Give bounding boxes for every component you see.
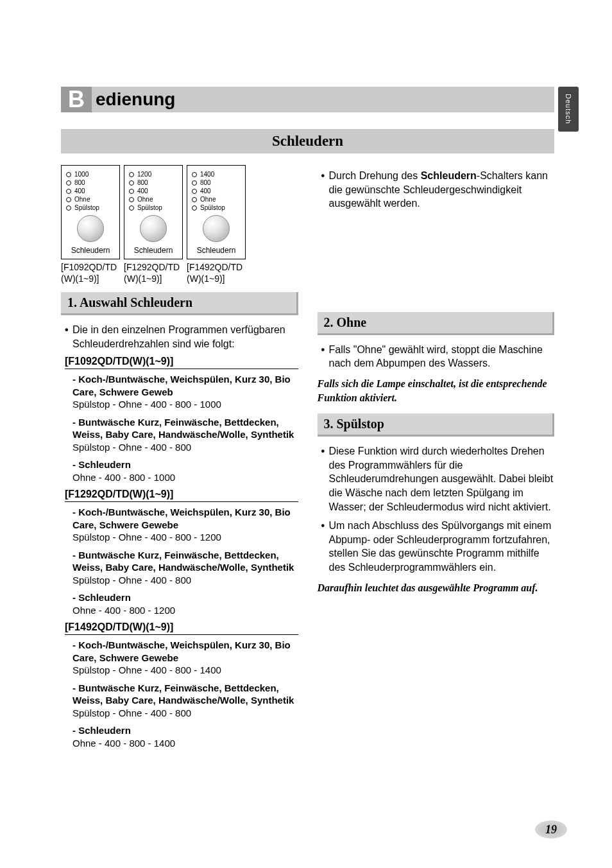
- opt-label: Spülstop: [137, 204, 162, 211]
- text-bold: Schleudern: [421, 170, 477, 181]
- spuelstop-bullet-2: • Um nach Abschluss des Spülvorgangs mit…: [318, 519, 555, 574]
- page-number: 19: [535, 820, 567, 838]
- radio-icon: [66, 172, 71, 177]
- page-title: edienung: [96, 89, 175, 110]
- radio-icon: [129, 197, 134, 202]
- intro-line: Schleuderdrehzahlen sind wie folgt:: [72, 338, 235, 349]
- dial-panel-2: 1400 800 400 Ohne Spülstop Schleudern: [187, 165, 246, 259]
- panel-caption: Schleudern: [197, 246, 236, 255]
- prog-values: Spülstop - Ohne - 400 - 800: [72, 441, 298, 454]
- prog-values: Spülstop - Ohne - 400 - 800: [72, 574, 298, 587]
- prog-name: - Schleudern: [72, 591, 298, 604]
- opt-label: 800: [74, 179, 85, 186]
- panel-model-2: [F1492QD/TD (W)(1~9)]: [187, 262, 246, 284]
- radio-icon: [66, 197, 71, 202]
- panel-model-0: [F1092QD/TD (W)(1~9)]: [61, 262, 120, 284]
- prog-values: Spülstop - Ohne - 400 - 800 - 1200: [72, 531, 298, 544]
- spuelstop-text-1: Diese Funktion wird durch wiederholtes D…: [329, 444, 555, 514]
- page-title-bar: B edienung: [61, 87, 554, 112]
- opt-label: Ohne: [200, 196, 216, 203]
- model-header: [F1292QD/TD(W)(1~9)]: [65, 489, 298, 502]
- radio-icon: [192, 205, 197, 211]
- title-dropcap: B: [61, 87, 92, 112]
- opt-label: Spülstop: [74, 204, 99, 211]
- prog-name: - Buntwäsche Kurz, Feinwäsche, Bettdecke…: [72, 549, 298, 574]
- radio-icon: [66, 180, 71, 186]
- prog-values: Ohne - 400 - 800 - 1200: [72, 604, 298, 617]
- prog-name: - Koch-/Buntwäsche, Weichspülen, Kurz 30…: [72, 373, 298, 398]
- prog-values: Spülstop - Ohne - 400 - 800 - 1400: [72, 664, 298, 677]
- prog-name: - Koch-/Buntwäsche, Weichspülen, Kurz 30…: [72, 639, 298, 664]
- note-lamp: Falls sich die Lampe einschaltet, ist di…: [318, 377, 555, 404]
- opt-label: 1200: [137, 171, 151, 178]
- spuelstop-text-2: Um nach Abschluss des Spülvorgangs mit e…: [329, 519, 555, 574]
- note-program: Daraufhin leuchtet das ausgewählte Progr…: [318, 581, 555, 595]
- intro-bullet-right: • Durch Drehung des Schleudern-Schalters…: [318, 169, 555, 211]
- ohne-bullet: • Falls "Ohne" gewählt wird, stoppt die …: [318, 343, 555, 370]
- prog-name: - Buntwäsche Kurz, Feinwäsche, Bettdecke…: [72, 416, 298, 441]
- dial-icon: [140, 215, 167, 242]
- dial-icon: [77, 215, 104, 242]
- prog-values: Ohne - 400 - 800 - 1000: [72, 471, 298, 484]
- panel-model-line: [F1092QD/TD: [61, 262, 117, 272]
- spuelstop-bullet-1: • Diese Funktion wird durch wiederholtes…: [318, 444, 555, 514]
- radio-icon: [129, 189, 134, 194]
- subheading-ohne: 2. Ohne: [318, 312, 555, 335]
- ohne-text: Falls "Ohne" gewählt wird, stoppt die Ma…: [329, 343, 555, 370]
- opt-label: 1400: [200, 171, 214, 178]
- radio-icon: [192, 172, 197, 177]
- subheading-spuelstop: 3. Spülstop: [318, 413, 555, 437]
- intro-line: Die in den einzelnen Programmen verfügba…: [72, 324, 285, 335]
- radio-icon: [192, 197, 197, 202]
- opt-label: 400: [137, 187, 148, 195]
- section-banner: Schleudern: [61, 129, 554, 153]
- panel-caption: Schleudern: [134, 246, 173, 255]
- intro-bullet: • Die in den einzelnen Programmen verfüg…: [61, 323, 298, 351]
- panel-model-1: [F1292QD/TD (W)(1~9)]: [124, 262, 183, 284]
- opt-label: Spülstop: [200, 204, 225, 211]
- opt-label: 800: [200, 179, 211, 186]
- radio-icon: [192, 189, 197, 194]
- right-column: • Durch Drehung des Schleudern-Schalters…: [318, 165, 555, 754]
- prog-name: - Buntwäsche Kurz, Feinwäsche, Bettdecke…: [72, 682, 298, 707]
- prog-values: Spülstop - Ohne - 400 - 800: [72, 707, 298, 720]
- radio-icon: [129, 205, 134, 211]
- opt-label: 1000: [74, 171, 89, 178]
- opt-label: 400: [74, 187, 85, 195]
- panel-model-line: (W)(1~9)]: [187, 273, 225, 284]
- intro-text: Durch Drehung des Schleudern-Schalters k…: [329, 169, 555, 211]
- panel-model-line: [F1292QD/TD: [124, 262, 180, 272]
- subheading-auswahl: 1. Auswahl Schleudern: [61, 292, 298, 315]
- left-column: 1000 800 400 Ohne Spülstop Schleudern 12…: [61, 165, 298, 754]
- radio-icon: [192, 180, 197, 186]
- prog-name: - Schleudern: [72, 458, 298, 471]
- prog-name: - Schleudern: [72, 724, 298, 737]
- prog-values: Spülstop - Ohne - 400 - 800 - 1000: [72, 398, 298, 411]
- opt-label: Ohne: [137, 196, 153, 203]
- panel-caption: Schleudern: [71, 246, 110, 255]
- dial-panel-1: 1200 800 400 Ohne Spülstop Schleudern: [124, 165, 183, 259]
- dial-icon: [203, 215, 230, 242]
- prog-name: - Koch-/Buntwäsche, Weichspülen, Kurz 30…: [72, 506, 298, 531]
- opt-label: 800: [137, 179, 148, 186]
- panel-model-line: (W)(1~9)]: [61, 273, 99, 284]
- dial-panels: 1000 800 400 Ohne Spülstop Schleudern 12…: [61, 165, 298, 259]
- model-header: [F1492QD/TD(W)(1~9)]: [65, 621, 298, 635]
- panel-model-line: [F1492QD/TD: [187, 262, 242, 272]
- model-header: [F1092QD/TD(W)(1~9)]: [65, 356, 298, 369]
- radio-icon: [129, 172, 134, 177]
- opt-label: 400: [200, 187, 211, 195]
- opt-label: Ohne: [74, 196, 90, 203]
- radio-icon: [129, 180, 134, 186]
- panel-model-line: (W)(1~9)]: [124, 273, 162, 284]
- prog-values: Ohne - 400 - 800 - 1400: [72, 737, 298, 750]
- radio-icon: [66, 205, 71, 211]
- radio-icon: [66, 189, 71, 194]
- text-fragment: Durch Drehung des: [329, 170, 421, 181]
- dial-panel-0: 1000 800 400 Ohne Spülstop Schleudern: [61, 165, 120, 259]
